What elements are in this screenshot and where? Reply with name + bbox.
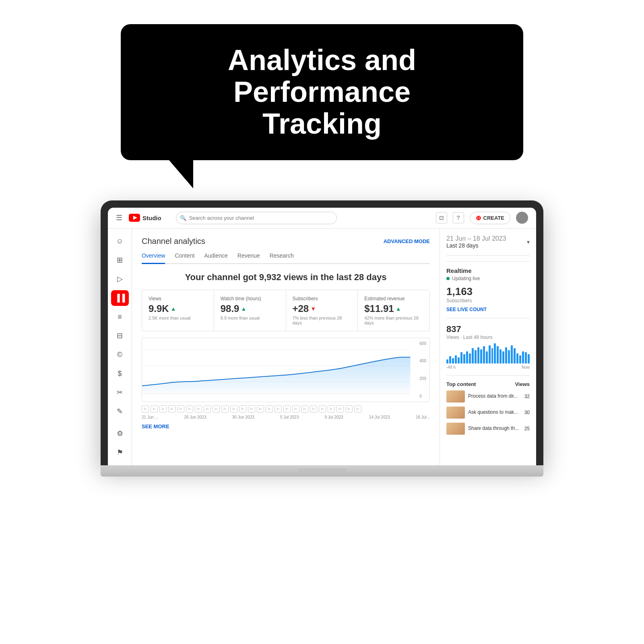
- stat-views-value: 9.9K ▲: [149, 303, 207, 314]
- timeline-icon-1[interactable]: ▷: [142, 405, 149, 413]
- mini-bar-segment: [452, 358, 454, 363]
- subscriber-count: 1,163: [446, 285, 530, 298]
- date-range-selector: 21 Jun – 18 Jul 2023 Last 28 days ▾: [446, 235, 530, 249]
- mini-bar-segment: [505, 347, 507, 363]
- date-range-label: Last 28 days: [446, 242, 506, 249]
- views-section: 837 Views · Last 48 hours -48 h Now: [446, 324, 530, 369]
- see-live-count-button[interactable]: SEE LIVE COUNT: [446, 307, 530, 312]
- youtube-logo-icon: [129, 214, 140, 222]
- search-input[interactable]: [176, 212, 337, 224]
- mini-bar-segment: [460, 352, 462, 363]
- timeline-icon-25[interactable]: ▷: [354, 405, 361, 413]
- timeline-icon-8[interactable]: ▷: [204, 405, 211, 413]
- timeline-icon-6[interactable]: ▷: [186, 405, 193, 413]
- tab-research[interactable]: Research: [270, 252, 294, 263]
- mini-bar-segment: [466, 351, 468, 363]
- sidebar-icon-subtitles[interactable]: ⊟: [111, 328, 129, 344]
- timeline-icon-5[interactable]: ▷: [177, 405, 184, 413]
- menu-icon[interactable]: ☰: [116, 213, 122, 222]
- user-avatar[interactable]: [516, 212, 528, 224]
- mini-bar-segment: [500, 349, 502, 363]
- line-chart-svg: [142, 338, 429, 402]
- content-text-1: Process data from dir...: [468, 393, 521, 400]
- chart-area: 600 400 200 0: [142, 338, 430, 402]
- sidebar-icon-profile[interactable]: ☺: [111, 233, 129, 249]
- tab-revenue[interactable]: Revenue: [237, 252, 260, 263]
- analytics-tabs: Overview Content Audience Revenue Resear…: [142, 252, 430, 264]
- content-views-3: 25: [524, 426, 530, 431]
- sidebar-icon-feedback[interactable]: ⚑: [111, 445, 129, 460]
- timeline-icon-3[interactable]: ▷: [159, 405, 167, 413]
- create-button[interactable]: ⊕ CREATE: [470, 212, 510, 224]
- sidebar-icon-analytics[interactable]: ▐▐: [111, 290, 129, 306]
- mini-bar-segment: [486, 351, 488, 363]
- timeline-icon-7[interactable]: ▷: [195, 405, 202, 413]
- timeline-icon-19[interactable]: ▷: [301, 405, 308, 413]
- sidebar-icon-content[interactable]: ▷: [111, 271, 129, 287]
- sidebar-icon-edit[interactable]: ✎: [111, 404, 129, 419]
- header-right: ⊡ ? ⊕ CREATE: [436, 212, 528, 224]
- mini-bar-segment: [455, 355, 457, 363]
- feedback-icon-btn[interactable]: ⊡: [436, 212, 447, 223]
- stat-watch-time: Watch time (hours) 98.9 ▲ 8.9 more than …: [214, 290, 286, 331]
- timeline-icon-4[interactable]: ▷: [168, 405, 175, 413]
- mini-bar-segment: [494, 343, 496, 363]
- top-content-item-3: Share data through th... 25: [446, 423, 530, 435]
- stat-revenue-value: $11.91 ▲: [364, 303, 423, 314]
- timeline-icon-17[interactable]: ▷: [283, 405, 291, 413]
- stat-revenue-label: Estimated revenue: [364, 296, 423, 301]
- timeline-icon-18[interactable]: ▷: [292, 405, 299, 413]
- stat-watch-arrow: ▲: [241, 305, 246, 312]
- stat-subs-value: +28 ▼: [293, 303, 351, 314]
- mini-bar-segment: [475, 350, 477, 363]
- timeline-icon-21[interactable]: ▷: [319, 405, 326, 413]
- see-more-button[interactable]: SEE MORE: [142, 423, 430, 429]
- subscriber-label: Subscribers: [446, 298, 530, 303]
- sidebar-icon-settings[interactable]: ⚙: [111, 426, 129, 442]
- analytics-header: Channel analytics ADVANCED MODE: [142, 237, 430, 246]
- content-thumb-3: [446, 423, 465, 435]
- timeline-icon-15[interactable]: ▷: [266, 405, 273, 413]
- timeline-icon-22[interactable]: ▷: [328, 405, 335, 413]
- stat-watch-label: Watch time (hours): [221, 296, 279, 301]
- timeline-icon-13[interactable]: ▷: [248, 405, 255, 413]
- stat-revenue: Estimated revenue $11.91 ▲ 42% more than…: [358, 290, 429, 331]
- sidebar-icon-comments[interactable]: ≡: [111, 309, 129, 325]
- tab-content[interactable]: Content: [175, 252, 194, 263]
- mini-bar-segment: [528, 354, 530, 363]
- yt-logo: Studio: [129, 214, 161, 222]
- divider-3: [446, 375, 530, 376]
- content-thumb-1: [446, 390, 465, 402]
- tab-overview[interactable]: Overview: [142, 252, 165, 264]
- timeline-icon-2[interactable]: ▷: [151, 405, 158, 413]
- mini-bar-segment: [480, 349, 482, 363]
- sidebar-icon-copyright[interactable]: ©: [111, 347, 129, 363]
- realtime-updating-text: Updating live: [452, 276, 480, 281]
- timeline-icon-16[interactable]: ▷: [275, 405, 282, 413]
- mini-chart-label-end: Now: [522, 365, 530, 369]
- timeline-icon-12[interactable]: ▷: [239, 405, 246, 413]
- stat-views-desc: 2.5K more than usual: [149, 316, 207, 320]
- stat-subscribers: Subscribers +28 ▼ 7% less than previous …: [286, 290, 358, 331]
- laptop-base: [101, 465, 543, 477]
- timeline-icon-20[interactable]: ▷: [310, 405, 317, 413]
- date-range-chevron[interactable]: ▾: [527, 239, 530, 245]
- mini-bar-segment: [491, 348, 493, 363]
- chart-y-labels: 600 400 200 0: [419, 338, 426, 402]
- laptop-screen: ☰ Studio 🔍: [108, 208, 536, 465]
- sidebar-icon-earn[interactable]: $: [111, 366, 129, 382]
- timeline-icon-11[interactable]: ▷: [230, 405, 237, 413]
- timeline-icon-9[interactable]: ▷: [213, 405, 220, 413]
- tab-audience[interactable]: Audience: [204, 252, 227, 263]
- timeline-icon-10[interactable]: ▷: [221, 405, 229, 413]
- top-content-title: Top content Views: [446, 381, 530, 387]
- help-icon-btn[interactable]: ?: [453, 212, 464, 223]
- mini-bar-segment: [446, 359, 448, 363]
- sidebar-icon-customize[interactable]: ✂: [111, 385, 129, 400]
- advanced-mode-button[interactable]: ADVANCED MODE: [384, 238, 430, 244]
- mini-bar-segment: [477, 347, 479, 363]
- timeline-icon-14[interactable]: ▷: [257, 405, 264, 413]
- timeline-icon-24[interactable]: ▷: [345, 405, 353, 413]
- sidebar-icon-dashboard[interactable]: ⊞: [111, 252, 129, 268]
- timeline-icon-23[interactable]: ▷: [336, 405, 344, 413]
